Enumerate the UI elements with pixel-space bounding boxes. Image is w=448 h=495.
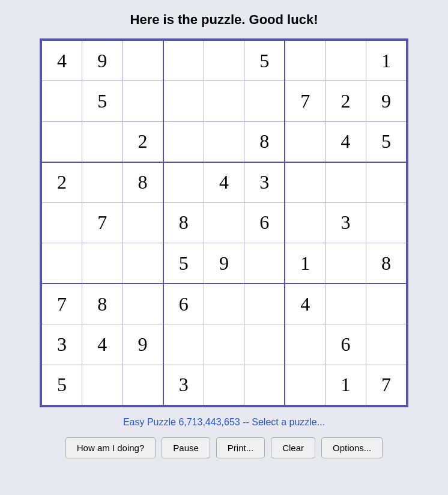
cell-r3-c5[interactable]: 3 [244, 162, 285, 203]
cell-r0-c4[interactable] [204, 40, 244, 81]
cell-r2-c4[interactable] [204, 121, 244, 162]
cell-r6-c6[interactable]: 4 [285, 284, 325, 324]
cell-r5-c2[interactable] [123, 243, 163, 284]
cell-r3-c6[interactable] [285, 162, 325, 203]
cell-r2-c1[interactable] [82, 121, 123, 162]
cell-r7-c3[interactable] [163, 324, 204, 365]
cell-r0-c3[interactable] [163, 40, 204, 81]
cell-r4-c1[interactable]: 7 [82, 202, 123, 243]
cell-r8-c0[interactable]: 5 [41, 365, 82, 405]
cell-r1-c4[interactable] [204, 81, 244, 122]
cell-r2-c5[interactable]: 8 [244, 121, 285, 162]
pause-button[interactable]: Pause [162, 437, 210, 458]
cell-r8-c1[interactable] [82, 365, 123, 405]
cell-r8-c3[interactable]: 3 [163, 365, 204, 405]
cell-r4-c4[interactable] [204, 202, 244, 243]
cell-r1-c1[interactable]: 5 [82, 81, 123, 122]
cell-r8-c4[interactable] [204, 365, 244, 405]
cell-r7-c7[interactable]: 6 [325, 324, 366, 365]
sudoku-grid: 495157292845284378635918786434965317 [41, 40, 407, 406]
cell-r5-c5[interactable] [244, 243, 285, 284]
cell-r5-c3[interactable]: 5 [163, 243, 204, 284]
cell-r7-c4[interactable] [204, 324, 244, 365]
cell-r6-c7[interactable] [325, 284, 366, 324]
cell-r0-c7[interactable] [325, 40, 366, 81]
cell-r7-c5[interactable] [244, 324, 285, 365]
cell-r8-c2[interactable] [123, 365, 163, 405]
cell-r3-c7[interactable] [325, 162, 366, 203]
cell-r4-c3[interactable]: 8 [163, 202, 204, 243]
cell-r2-c6[interactable] [285, 121, 325, 162]
cell-r8-c5[interactable] [244, 365, 285, 405]
cell-r4-c2[interactable] [123, 202, 163, 243]
cell-r6-c3[interactable]: 6 [163, 284, 204, 324]
cell-r1-c5[interactable] [244, 81, 285, 122]
how-am-i-doing-button[interactable]: How am I doing? [65, 437, 156, 458]
puzzle-info-text: Easy Puzzle 6,713,443,653 -- Select a pu… [123, 417, 325, 427]
cell-r3-c2[interactable]: 8 [123, 162, 163, 203]
select-puzzle-link[interactable]: Select a puzzle... [252, 417, 325, 427]
cell-r7-c0[interactable]: 3 [41, 324, 82, 365]
cell-r8-c8[interactable]: 7 [366, 365, 407, 405]
page-title: Here is the puzzle. Good luck! [130, 12, 318, 28]
cell-r2-c8[interactable]: 5 [366, 121, 407, 162]
sudoku-container: 495157292845284378635918786434965317 [40, 38, 408, 407]
cell-r7-c6[interactable] [285, 324, 325, 365]
print-button[interactable]: Print... [216, 437, 265, 458]
cell-r5-c0[interactable] [41, 243, 82, 284]
cell-r4-c6[interactable] [285, 202, 325, 243]
cell-r1-c8[interactable]: 9 [366, 81, 407, 122]
cell-r2-c3[interactable] [163, 121, 204, 162]
cell-r5-c4[interactable]: 9 [204, 243, 244, 284]
cell-r5-c8[interactable]: 8 [366, 243, 407, 284]
cell-r6-c5[interactable] [244, 284, 285, 324]
cell-r7-c8[interactable] [366, 324, 407, 365]
clear-button[interactable]: Clear [271, 437, 315, 458]
cell-r6-c8[interactable] [366, 284, 407, 324]
cell-r1-c7[interactable]: 2 [325, 81, 366, 122]
cell-r3-c1[interactable] [82, 162, 123, 203]
cell-r0-c1[interactable]: 9 [82, 40, 123, 81]
cell-r1-c6[interactable]: 7 [285, 81, 325, 122]
cell-r6-c0[interactable]: 7 [41, 284, 82, 324]
cell-r8-c6[interactable] [285, 365, 325, 405]
cell-r6-c1[interactable]: 8 [82, 284, 123, 324]
cell-r3-c8[interactable] [366, 162, 407, 203]
cell-r5-c6[interactable]: 1 [285, 243, 325, 284]
cell-r1-c2[interactable] [123, 81, 163, 122]
puzzle-info: Easy Puzzle 6,713,443,653 -- Select a pu… [123, 417, 325, 428]
cell-r0-c2[interactable] [123, 40, 163, 81]
cell-r2-c2[interactable]: 2 [123, 121, 163, 162]
cell-r3-c4[interactable]: 4 [204, 162, 244, 203]
cell-r3-c3[interactable] [163, 162, 204, 203]
cell-r5-c1[interactable] [82, 243, 123, 284]
cell-r0-c6[interactable] [285, 40, 325, 81]
cell-r4-c5[interactable]: 6 [244, 202, 285, 243]
cell-r2-c7[interactable]: 4 [325, 121, 366, 162]
cell-r4-c0[interactable] [41, 202, 82, 243]
cell-r0-c5[interactable]: 5 [244, 40, 285, 81]
cell-r0-c8[interactable]: 1 [366, 40, 407, 81]
cell-r7-c1[interactable]: 4 [82, 324, 123, 365]
options-button[interactable]: Options... [321, 437, 383, 458]
cell-r7-c2[interactable]: 9 [123, 324, 163, 365]
cell-r6-c4[interactable] [204, 284, 244, 324]
buttons-row: How am I doing? Pause Print... Clear Opt… [65, 437, 383, 458]
cell-r3-c0[interactable]: 2 [41, 162, 82, 203]
cell-r0-c0[interactable]: 4 [41, 40, 82, 81]
cell-r4-c7[interactable]: 3 [325, 202, 366, 243]
cell-r4-c8[interactable] [366, 202, 407, 243]
cell-r1-c0[interactable] [41, 81, 82, 122]
cell-r6-c2[interactable] [123, 284, 163, 324]
cell-r8-c7[interactable]: 1 [325, 365, 366, 405]
cell-r1-c3[interactable] [163, 81, 204, 122]
cell-r2-c0[interactable] [41, 121, 82, 162]
cell-r5-c7[interactable] [325, 243, 366, 284]
